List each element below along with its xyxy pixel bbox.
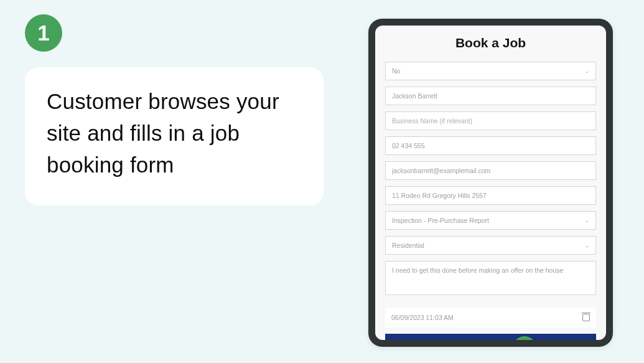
name-value: Jackson Barrett [392, 92, 437, 100]
email-value: jacksonbarrett@examplemail.com [392, 167, 490, 174]
existing-customer-value: No [392, 67, 400, 75]
chevron-down-icon: ⌄ [585, 68, 589, 74]
datetime-value: 06/09/2023 11:03 AM [391, 314, 454, 321]
notes-value: I need to get this done before making an… [392, 266, 563, 274]
chevron-down-icon: ⌄ [585, 243, 589, 248]
chevron-down-icon: ⌄ [585, 218, 589, 224]
phone-input[interactable]: 02 434 555 [385, 136, 596, 155]
tablet-device-frame: Book a Job No ⌄ Jackson Barrett Business… [368, 19, 613, 347]
service-select[interactable]: Inspection - Pre-Purchase Report ⌄ [385, 211, 596, 230]
datetime-input[interactable]: 06/09/2023 11:03 AM [385, 308, 596, 328]
step-badge: 1 [25, 14, 62, 52]
business-name-input[interactable]: Business Name (if relevant) [385, 111, 596, 130]
property-type-select[interactable]: Residential ⌄ [385, 236, 596, 255]
email-input[interactable]: jacksonbarrett@examplemail.com [385, 161, 596, 180]
calendar-icon [582, 314, 590, 321]
name-input[interactable]: Jackson Barrett [385, 87, 596, 105]
tablet-screen: Book a Job No ⌄ Jackson Barrett Business… [375, 26, 606, 340]
phone-value: 02 434 555 [392, 142, 425, 149]
description-card: Customer browses your site and fills in … [25, 67, 324, 205]
address-value: 11 Rodeo Rd Gregory Hills 2557 [392, 192, 487, 199]
notes-textarea[interactable]: I need to get this done before making an… [385, 261, 596, 295]
step-description: Customer browses your site and fills in … [47, 86, 302, 181]
step-number: 1 [37, 21, 49, 45]
cursor-indicator [513, 336, 536, 340]
property-type-value: Residential [392, 242, 424, 249]
submit-button[interactable]: Submit [385, 334, 596, 340]
form-title: Book a Job [385, 35, 596, 50]
service-value: Inspection - Pre-Purchase Report [392, 217, 489, 224]
business-placeholder: Business Name (if relevant) [392, 117, 472, 125]
existing-customer-select[interactable]: No ⌄ [385, 62, 596, 80]
address-input[interactable]: 11 Rodeo Rd Gregory Hills 2557 [385, 186, 596, 205]
